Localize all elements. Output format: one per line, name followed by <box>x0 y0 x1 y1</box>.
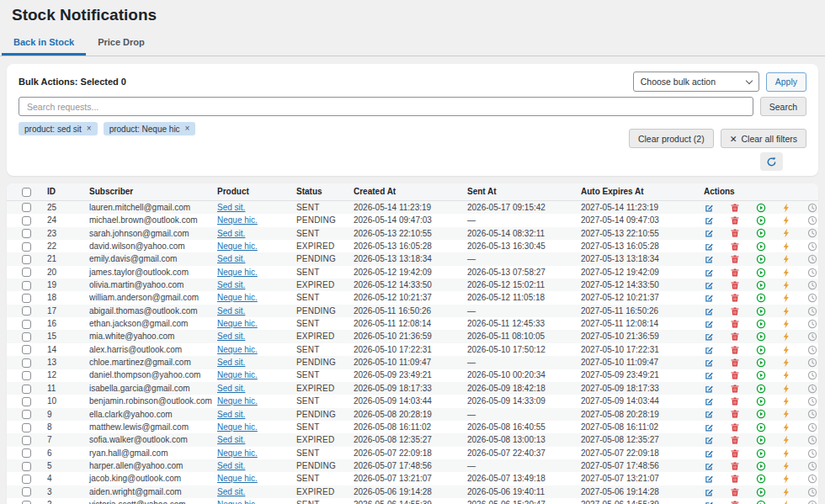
trash-icon[interactable] <box>730 203 740 213</box>
product-link[interactable]: Sed sit. <box>217 306 245 316</box>
lightning-bolt-icon[interactable] <box>781 241 791 252</box>
row-checkbox[interactable] <box>22 216 31 225</box>
row-checkbox[interactable] <box>22 345 31 354</box>
clock-icon[interactable] <box>807 384 817 394</box>
edit-icon[interactable] <box>704 280 714 290</box>
row-checkbox[interactable] <box>22 487 31 496</box>
edit-icon[interactable] <box>704 396 714 406</box>
product-link[interactable]: Sed sit. <box>217 435 245 444</box>
play-circle-icon[interactable] <box>756 280 766 290</box>
play-circle-icon[interactable] <box>756 396 766 406</box>
clock-icon[interactable] <box>807 358 817 368</box>
play-circle-icon[interactable] <box>756 345 766 355</box>
product-link[interactable]: Sed sit. <box>217 384 245 393</box>
apply-button[interactable]: Apply <box>766 72 806 92</box>
lightning-bolt-icon[interactable] <box>781 215 791 225</box>
play-circle-icon[interactable] <box>756 384 766 394</box>
lightning-bolt-icon[interactable] <box>781 293 791 303</box>
row-checkbox[interactable] <box>22 203 31 212</box>
product-link[interactable]: Neque hic. <box>217 500 258 504</box>
product-link[interactable]: Neque hic. <box>217 319 258 328</box>
trash-icon[interactable] <box>730 422 740 432</box>
play-circle-icon[interactable] <box>756 332 766 342</box>
lightning-bolt-icon[interactable] <box>781 487 791 497</box>
clock-icon[interactable] <box>807 370 817 380</box>
clock-icon[interactable] <box>807 268 817 278</box>
row-checkbox[interactable] <box>22 448 31 458</box>
product-link[interactable]: Sed sit. <box>217 461 245 470</box>
trash-icon[interactable] <box>730 268 740 278</box>
clock-icon[interactable] <box>807 487 817 497</box>
trash-icon[interactable] <box>730 409 740 419</box>
play-circle-icon[interactable] <box>756 435 766 445</box>
lightning-bolt-icon[interactable] <box>781 306 791 316</box>
product-link[interactable]: Sed sit. <box>217 229 245 238</box>
edit-icon[interactable] <box>704 409 714 419</box>
clock-icon[interactable] <box>807 422 817 432</box>
row-checkbox[interactable] <box>22 255 31 264</box>
lightning-bolt-icon[interactable] <box>781 268 791 278</box>
trash-icon[interactable] <box>730 319 740 329</box>
search-input[interactable] <box>19 97 753 116</box>
trash-icon[interactable] <box>730 435 740 445</box>
row-checkbox[interactable] <box>22 410 31 419</box>
trash-icon[interactable] <box>730 448 740 459</box>
clock-icon[interactable] <box>807 435 817 445</box>
edit-icon[interactable] <box>704 384 714 394</box>
product-link[interactable]: Sed sit. <box>217 487 245 496</box>
edit-icon[interactable] <box>704 293 714 303</box>
play-circle-icon[interactable] <box>756 306 766 316</box>
product-link[interactable]: Neque hic. <box>217 293 258 302</box>
product-link[interactable]: Sed sit. <box>217 358 245 367</box>
row-checkbox[interactable] <box>22 242 31 252</box>
play-circle-icon[interactable] <box>756 254 766 264</box>
edit-icon[interactable] <box>704 435 714 445</box>
edit-icon[interactable] <box>704 345 714 355</box>
row-checkbox[interactable] <box>22 294 31 303</box>
x-icon[interactable]: × <box>87 125 92 133</box>
clock-icon[interactable] <box>807 345 817 355</box>
product-link[interactable]: Neque hic. <box>217 448 258 458</box>
row-checkbox[interactable] <box>22 462 31 471</box>
edit-icon[interactable] <box>704 487 714 497</box>
bulk-action-select[interactable]: Choose bulk action <box>633 72 759 92</box>
trash-icon[interactable] <box>730 241 740 252</box>
trash-icon[interactable] <box>730 280 740 290</box>
row-checkbox[interactable] <box>22 281 31 290</box>
clock-icon[interactable] <box>807 241 817 252</box>
play-circle-icon[interactable] <box>756 370 766 380</box>
product-link[interactable]: Neque hic. <box>217 241 258 251</box>
row-checkbox[interactable] <box>22 358 31 368</box>
product-link[interactable]: Neque hic. <box>217 268 258 277</box>
clock-icon[interactable] <box>807 228 817 238</box>
trash-icon[interactable] <box>730 500 740 504</box>
trash-icon[interactable] <box>730 461 740 471</box>
product-link[interactable]: Neque hic. <box>217 370 258 379</box>
edit-icon[interactable] <box>704 254 714 264</box>
lightning-bolt-icon[interactable] <box>781 228 791 238</box>
edit-icon[interactable] <box>704 319 714 329</box>
clock-icon[interactable] <box>807 215 817 225</box>
clock-icon[interactable] <box>807 293 817 303</box>
play-circle-icon[interactable] <box>756 448 766 459</box>
play-circle-icon[interactable] <box>756 461 766 471</box>
lightning-bolt-icon[interactable] <box>781 409 791 419</box>
clock-icon[interactable] <box>807 332 817 342</box>
lightning-bolt-icon[interactable] <box>781 474 791 484</box>
edit-icon[interactable] <box>704 228 714 238</box>
product-link[interactable]: Sed sit. <box>217 280 245 289</box>
trash-icon[interactable] <box>730 306 740 316</box>
lightning-bolt-icon[interactable] <box>781 358 791 368</box>
clock-icon[interactable] <box>807 448 817 459</box>
trash-icon[interactable] <box>730 215 740 225</box>
play-circle-icon[interactable] <box>756 358 766 368</box>
trash-icon[interactable] <box>730 228 740 238</box>
trash-icon[interactable] <box>730 345 740 355</box>
row-checkbox[interactable] <box>22 385 31 394</box>
trash-icon[interactable] <box>730 358 740 368</box>
clock-icon[interactable] <box>807 280 817 290</box>
product-link[interactable]: Neque hic. <box>217 396 258 406</box>
play-circle-icon[interactable] <box>756 203 766 213</box>
row-checkbox[interactable] <box>22 306 31 316</box>
play-circle-icon[interactable] <box>756 500 766 504</box>
